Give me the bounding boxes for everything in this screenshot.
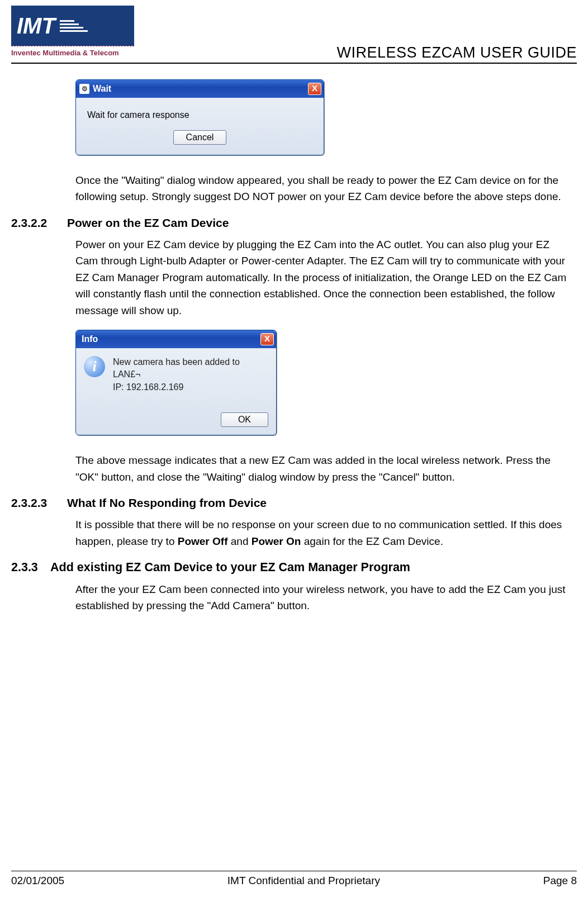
logo-text: IMT [17, 13, 55, 39]
bold-text: Power Off [178, 535, 228, 547]
cancel-button[interactable]: Cancel [173, 130, 227, 145]
wait-dialog-title: Wait [93, 84, 308, 94]
info-dialog-title: Info [79, 334, 260, 344]
info-line-2: IP: 192.168.2.169 [113, 382, 183, 392]
page-footer: 02/01/2005 IMT Confidential and Propriet… [11, 871, 577, 887]
info-line-1: New camera has been added to LAN£¬ [113, 357, 240, 379]
section-title: Add existing EZ Cam Device to your EZ Ca… [50, 561, 410, 574]
footer-page: Page 8 [543, 875, 577, 887]
wait-dialog-titlebar[interactable]: ⚙ Wait X [76, 80, 324, 98]
footer-center: IMT Confidential and Proprietary [227, 875, 380, 887]
document-title: WIRELESS EZCAM USER GUIDE [336, 44, 577, 61]
info-dialog: Info X i New camera has been added to LA… [75, 330, 277, 435]
wait-followup-paragraph: Once the "Waiting" dialog window appeare… [75, 172, 574, 205]
wait-dialog: ⚙ Wait X Wait for camera response Cancel [75, 79, 324, 155]
footer-date: 02/01/2005 [11, 875, 64, 887]
section-power-heading: 2.3.2.2Power on the EZ Cam Device [11, 216, 574, 230]
section-title: Power on the EZ Cam Device [67, 216, 229, 229]
noresp-paragraph: It is possible that there will be no res… [75, 516, 574, 549]
section-add-heading: 2.3.3Add existing EZ Cam Device to your … [11, 561, 574, 575]
gear-icon: ⚙ [79, 84, 89, 94]
section-number: 2.3.2.3 [11, 496, 67, 510]
text: and [227, 535, 251, 547]
add-paragraph: After the your EZ Cam been connected int… [75, 581, 574, 614]
power-paragraph: Power on your EZ Cam device by plugging … [75, 236, 574, 319]
section-number: 2.3.2.2 [11, 216, 67, 230]
info-dialog-message: New camera has been added to LAN£¬ IP: 1… [113, 356, 268, 393]
wait-dialog-message: Wait for camera response [84, 110, 316, 120]
section-number: 2.3.3 [11, 561, 50, 575]
bold-text: Power On [252, 535, 301, 547]
logo: IMT Inventec Multimedia & Telecom [11, 6, 134, 61]
section-title: What If No Responding from Device [67, 496, 267, 509]
info-icon: i [84, 356, 105, 377]
info-dialog-titlebar[interactable]: Info X [76, 330, 276, 348]
info-followup-paragraph: The above message indicates that a new E… [75, 452, 574, 485]
logo-stripes-icon [60, 20, 88, 32]
text: again for the EZ Cam Device. [301, 535, 443, 547]
ok-button[interactable]: OK [221, 412, 268, 427]
close-icon[interactable]: X [260, 333, 274, 345]
logo-subtitle: Inventec Multimedia & Telecom [11, 46, 134, 57]
section-noresp-heading: 2.3.2.3What If No Responding from Device [11, 496, 574, 510]
close-icon[interactable]: X [308, 83, 321, 95]
page-header: IMT Inventec Multimedia & Telecom WIRELE… [11, 6, 577, 64]
